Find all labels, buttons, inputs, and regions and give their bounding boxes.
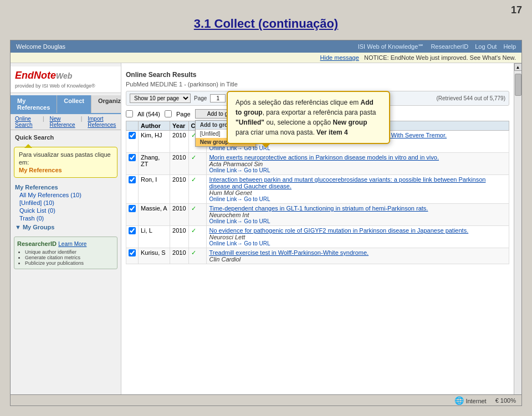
online-link[interactable]: Online Link→ Go to URL	[209, 218, 507, 224]
researcher-item-1: Unique author identifier	[25, 249, 114, 255]
row-author: Massie, A	[139, 204, 170, 226]
researcher-box: ResearcherID Learn More Unique author id…	[14, 237, 117, 269]
logo-area: EndNoteWeb provided by ISI Web of Knowle…	[11, 66, 121, 93]
page-input[interactable]	[210, 94, 226, 102]
article-title-link[interactable]: Time-dependent changes in GLT-1 function…	[209, 205, 428, 212]
col-year: Year	[170, 121, 188, 131]
sidebar-quick-list[interactable]: Quick List (0)	[15, 207, 116, 214]
row-checkmark: ✓	[188, 153, 207, 175]
row-checkbox[interactable]	[129, 205, 136, 212]
nav-tabs: My References Collect Organize Format	[11, 95, 121, 114]
article-title-link[interactable]: Treadmill exercise test in Wolff-Parkins…	[209, 249, 369, 256]
row-year: 2010	[170, 131, 188, 153]
article-title-link[interactable]: Interaction between parkin and mutant gl…	[209, 176, 485, 189]
scroll-up-btn[interactable]: ▲	[514, 63, 522, 71]
search-results-sub: PubMed MEDLINE 1 - (parkinson) in Title	[126, 81, 509, 88]
check-page-label: Page	[176, 111, 191, 117]
row-author: Li, L	[139, 226, 170, 248]
callout-box: Para visualizar suas pastas clique em: M…	[14, 147, 117, 178]
journal-name: Hum Mol Genet	[209, 189, 507, 196]
researcher-learn[interactable]: Learn More	[58, 241, 86, 247]
row-year: 2010	[170, 175, 188, 204]
notice-text: Hide message NOTICE: EndNote Web just im…	[320, 54, 516, 61]
row-author: Ron, I	[139, 175, 170, 204]
hide-message-link[interactable]: Hide message	[320, 54, 359, 61]
row-author: Kurisu, S	[139, 248, 170, 264]
my-references-section: My References All My References (10) [Un…	[11, 180, 121, 233]
main-area: Após a seleção das referências clique em…	[121, 63, 521, 404]
search-results-title: Online Search Results	[126, 71, 509, 79]
journal-name: Neurochem Int	[209, 212, 507, 218]
sidebar-unfiled[interactable]: [Unfiled] (10)	[15, 199, 116, 207]
researcher-item-3: Publicize your publications	[25, 260, 114, 266]
row-checkbox[interactable]	[129, 176, 136, 183]
check-all-checkbox[interactable]	[126, 110, 133, 117]
tab-collect[interactable]: Collect	[57, 95, 91, 113]
help-link[interactable]: Help	[503, 43, 516, 50]
row-checkbox[interactable]	[129, 227, 136, 234]
row-author: Zhang, ZT	[139, 153, 170, 175]
annotation-bold2: "Unfiled"	[236, 119, 264, 126]
zoom-level: € 100%	[495, 397, 516, 404]
row-checkbox[interactable]	[129, 154, 136, 161]
row-checkmark: ✓	[188, 175, 207, 204]
content-area: EndNoteWeb provided by ISI Web of Knowle…	[11, 63, 521, 404]
retrieved-text: (Retrieved 544 out of 5,779)	[436, 95, 505, 101]
tab-my-references[interactable]: My References	[11, 95, 57, 113]
online-link[interactable]: Online Link→ Go to URL	[209, 240, 507, 246]
callout-text: Para visualizar suas pastas clique em:	[19, 151, 111, 166]
row-title-cell: Interaction between parkin and mutant gl…	[207, 175, 509, 204]
journal-name: Clin Cardiol	[209, 256, 507, 263]
row-title-cell: Time-dependent changes in GLT-1 function…	[207, 204, 509, 226]
my-groups-title: ▼ My Groups	[15, 222, 116, 231]
per-page-select[interactable]: Show 10 per page	[130, 94, 191, 103]
row-year: 2010	[170, 204, 188, 226]
row-title-cell: Treadmill exercise test in Wolff-Parkins…	[207, 248, 509, 264]
online-link[interactable]: Online Link→ Go to URL	[209, 196, 507, 202]
browser-frame: Welcome Douglas ISI Web of Knowledge℠ Re…	[10, 40, 522, 406]
col-author: Author	[139, 121, 170, 131]
tab-organize[interactable]: Organize	[91, 95, 121, 113]
researcher-title: ResearcherID	[17, 240, 57, 247]
subnav-online-search[interactable]: Online Search	[13, 115, 39, 129]
row-checkmark: ✓	[188, 248, 207, 264]
check-all-label: All (544)	[137, 111, 160, 117]
web-logo: Web	[56, 71, 72, 80]
scrollbar-track	[514, 71, 522, 396]
scrollbar-thumb[interactable]	[515, 74, 521, 96]
article-title-link[interactable]: No evidence for pathogenic role of GIGYF…	[209, 227, 468, 234]
researcher-item-2: Generate citation metrics	[25, 255, 114, 260]
logout-link[interactable]: Log Out	[475, 43, 497, 50]
annotation-text1: Após a seleção das referências clique em	[236, 99, 360, 106]
subnav-new-reference[interactable]: New Reference	[47, 115, 77, 129]
callout-arrow-up	[24, 140, 32, 148]
annotation-bubble: Após a seleção das referências clique em…	[227, 91, 390, 144]
page-number: 17	[511, 4, 522, 16]
annotation-bold4: Ver item 4	[316, 129, 348, 136]
annotation-text4: para criar uma nova pasta.	[236, 129, 316, 136]
main-content: Após a seleção das referências clique em…	[121, 63, 514, 404]
col-check	[126, 121, 139, 131]
subnav-import-references[interactable]: Import References	[85, 115, 119, 129]
endnote-logo: EndNote	[15, 70, 56, 81]
row-title-cell: Morin exerts neuroprotective actions in …	[207, 153, 509, 175]
internet-label: 🌐 Internet	[454, 396, 486, 405]
my-references-title: My References	[15, 182, 116, 191]
row-checkbox[interactable]	[129, 249, 136, 256]
status-bar: 🌐 Internet € 100%	[11, 394, 521, 405]
researcher-id-link[interactable]: ResearcherID	[431, 43, 468, 50]
article-title-link[interactable]: Morin exerts neuroprotective actions in …	[209, 154, 439, 161]
welcome-text: Welcome Douglas	[16, 43, 65, 50]
sidebar-all-refs[interactable]: All My References (10)	[15, 191, 116, 199]
row-checkmark: ✓	[188, 204, 207, 226]
sidebar-trash[interactable]: Trash (0)	[15, 214, 116, 222]
table-row: Massie, A2010✓Time-dependent changes in …	[126, 204, 509, 226]
row-author: Kim, HJ	[139, 131, 170, 153]
isi-link[interactable]: ISI Web of Knowledge℠	[358, 43, 424, 50]
check-page-checkbox[interactable]	[165, 110, 172, 117]
row-checkbox[interactable]	[129, 132, 136, 139]
row-year: 2010	[170, 248, 188, 264]
online-link[interactable]: Online Link→ Go to URL	[209, 167, 507, 173]
callout-link[interactable]: My References	[19, 167, 62, 173]
table-row: Li, L2010✓No evidence for pathogenic rol…	[126, 226, 509, 248]
